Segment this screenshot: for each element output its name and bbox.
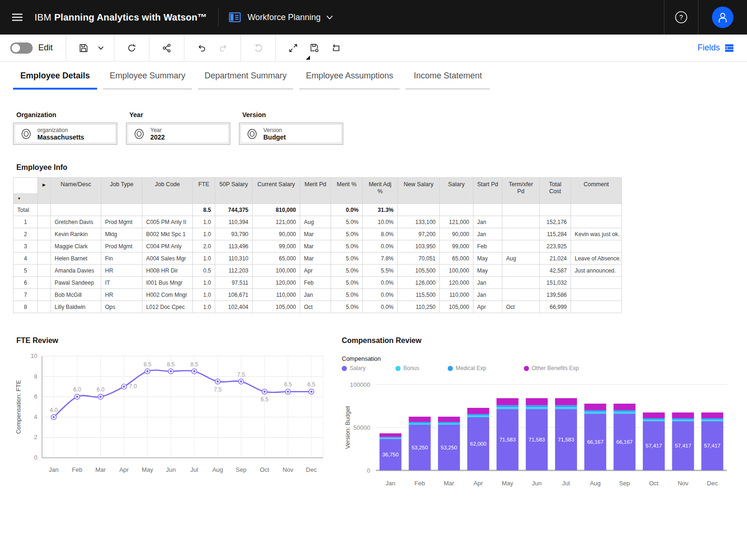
- bar-segment-medical-exp[interactable]: [438, 422, 460, 423]
- cell-job-type[interactable]: [101, 204, 142, 216]
- column-header-total-cost[interactable]: Total Cost: [540, 178, 571, 204]
- tab-employee-assumptions[interactable]: Employee Assumptions: [299, 62, 400, 90]
- cell-merit[interactable]: 5.0%: [331, 265, 363, 277]
- cell-name-desc[interactable]: Lilly Baldwin: [51, 301, 101, 313]
- cell-comment[interactable]: Kevin was just ok.: [571, 228, 622, 240]
- column-header-current-salary[interactable]: Current Salary: [253, 178, 300, 204]
- row-header[interactable]: 4: [14, 252, 38, 265]
- cell-merit[interactable]: 5.0%: [331, 277, 363, 289]
- cell-merit[interactable]: 5.0%: [331, 252, 363, 265]
- bar-segment-medical-exp[interactable]: [467, 414, 489, 415]
- cell-new-salary[interactable]: 133,100: [398, 216, 440, 228]
- cell-term-xfer-pd[interactable]: [502, 216, 540, 228]
- dropdown-triangle-icon[interactable]: ▼: [17, 195, 21, 202]
- cell-salary[interactable]: 110,000: [440, 289, 473, 301]
- legend-item-medical-exp[interactable]: Medical Exp: [448, 365, 524, 371]
- cell-name-desc[interactable]: Maggie Clark: [51, 240, 101, 252]
- bar-segment-medical-exp[interactable]: [585, 410, 606, 412]
- bar-segment-medical-exp[interactable]: [701, 418, 723, 420]
- cell-term-xfer-pd[interactable]: [502, 228, 540, 240]
- cell-merit[interactable]: 5.0%: [331, 216, 363, 228]
- cell-job-type[interactable]: IT: [101, 277, 142, 289]
- cell-job-code[interactable]: [142, 204, 193, 216]
- cell-merit-pd[interactable]: Oct: [300, 301, 331, 313]
- bar-segment-bonus[interactable]: [613, 412, 635, 414]
- bar-segment-bonus[interactable]: [585, 412, 606, 414]
- cell-name-desc[interactable]: Kevin Rankin: [51, 228, 101, 240]
- cell-job-code[interactable]: B002 Mkt Spc 1: [142, 228, 193, 240]
- cell-merit-adj[interactable]: 31.3%: [363, 204, 398, 216]
- help-button[interactable]: ?: [664, 0, 698, 35]
- column-header-term-xfer-pd[interactable]: Term/xfer Pd: [502, 178, 540, 204]
- cell-salary[interactable]: [440, 204, 473, 216]
- cell-current-salary[interactable]: 65,000: [253, 252, 300, 265]
- cell-total-cost[interactable]: 42,587: [540, 265, 571, 277]
- cell-job-type[interactable]: HR: [101, 289, 142, 301]
- cell-fte[interactable]: 1.0: [193, 289, 215, 301]
- cell-merit[interactable]: 5.0%: [331, 228, 363, 240]
- cell-fte[interactable]: 1.0: [193, 252, 215, 265]
- cell-start-pd[interactable]: May: [473, 265, 502, 277]
- cell-start-pd[interactable]: May: [473, 252, 502, 265]
- tab-department-summary[interactable]: Department Summary: [198, 62, 293, 90]
- bar-segment-other-benefits-exp[interactable]: [643, 413, 665, 418]
- cell-comment[interactable]: [571, 301, 622, 313]
- row-header[interactable]: 2: [14, 228, 38, 240]
- row-header[interactable]: 3: [14, 240, 38, 252]
- cell-merit-pd[interactable]: Mar: [300, 240, 331, 252]
- bar-segment-bonus[interactable]: [467, 415, 489, 417]
- column-header-name-desc[interactable]: Name/Desc: [51, 178, 101, 204]
- cell-new-salary[interactable]: 105,500: [398, 265, 440, 277]
- column-header-start-pd[interactable]: Start Pd: [473, 178, 502, 204]
- bar-segment-other-benefits-exp[interactable]: [380, 434, 402, 437]
- cell-fte[interactable]: 0.5: [193, 265, 215, 277]
- cell-current-salary[interactable]: 100,000: [253, 265, 300, 277]
- cell-job-type[interactable]: Prod Mgmt: [101, 216, 142, 228]
- legend-item-bonus[interactable]: Bonus: [395, 365, 448, 371]
- cell-total-cost[interactable]: 151,032: [540, 277, 571, 289]
- bar-segment-other-benefits-exp[interactable]: [497, 398, 519, 405]
- cell-comment[interactable]: [571, 204, 622, 216]
- column-header-merit-pd[interactable]: Merit Pd: [300, 178, 331, 204]
- cell-salary[interactable]: 120,000: [440, 277, 473, 289]
- bar-segment-medical-exp[interactable]: [672, 418, 694, 420]
- cell-50p-salary[interactable]: 113,496: [215, 240, 253, 252]
- cell-new-salary[interactable]: [398, 204, 440, 216]
- column-header-salary[interactable]: Salary: [440, 178, 473, 204]
- cell-50p-salary[interactable]: 102,404: [215, 301, 253, 313]
- cell-current-salary[interactable]: 120,000: [253, 277, 300, 289]
- cell-salary[interactable]: 65,000: [440, 252, 473, 265]
- cell-job-type[interactable]: Mktg: [101, 228, 142, 240]
- cell-merit-adj[interactable]: 10.0%: [363, 216, 398, 228]
- row-expand-cell[interactable]: [38, 289, 51, 301]
- bar-segment-medical-exp[interactable]: [526, 405, 548, 407]
- column-header-comment[interactable]: Comment: [571, 178, 622, 204]
- cell-term-xfer-pd[interactable]: Oct: [502, 301, 540, 313]
- resize-handle-icon[interactable]: [306, 56, 310, 60]
- cell-merit[interactable]: 0.0%: [331, 204, 363, 216]
- cell-salary[interactable]: 90,000: [440, 228, 473, 240]
- cell-merit-pd[interactable]: [300, 204, 331, 216]
- column-header-merit[interactable]: Merit %: [331, 178, 363, 204]
- menu-icon[interactable]: [0, 0, 35, 35]
- row-expand-cell[interactable]: [38, 277, 51, 289]
- bar-segment-medical-exp[interactable]: [613, 410, 635, 412]
- bar-segment-other-benefits-exp[interactable]: [438, 417, 460, 422]
- cell-comment[interactable]: [571, 277, 622, 289]
- bar-segment-bonus[interactable]: [672, 420, 694, 421]
- row-expand-cell[interactable]: [38, 204, 51, 216]
- cell-current-salary[interactable]: 810,000: [253, 204, 300, 216]
- cell-merit-adj[interactable]: 8.0%: [363, 228, 398, 240]
- cell-job-code[interactable]: A004 Sales Mgr: [142, 252, 193, 265]
- cell-comment[interactable]: [571, 216, 622, 228]
- cell-merit-pd[interactable]: Feb: [300, 277, 331, 289]
- filter-selector[interactable]: Year2022: [126, 123, 230, 145]
- bar-segment-bonus[interactable]: [497, 407, 519, 409]
- cell-term-xfer-pd[interactable]: [502, 240, 540, 252]
- bar-segment-medical-exp[interactable]: [380, 437, 402, 438]
- refresh-icon[interactable]: [121, 37, 142, 59]
- cell-merit-pd[interactable]: Jan: [300, 289, 331, 301]
- row-expand-column-header[interactable]: ▶: [38, 178, 51, 204]
- cell-fte[interactable]: 2.0: [193, 240, 215, 252]
- cell-comment[interactable]: Leave of Absence.: [571, 252, 622, 265]
